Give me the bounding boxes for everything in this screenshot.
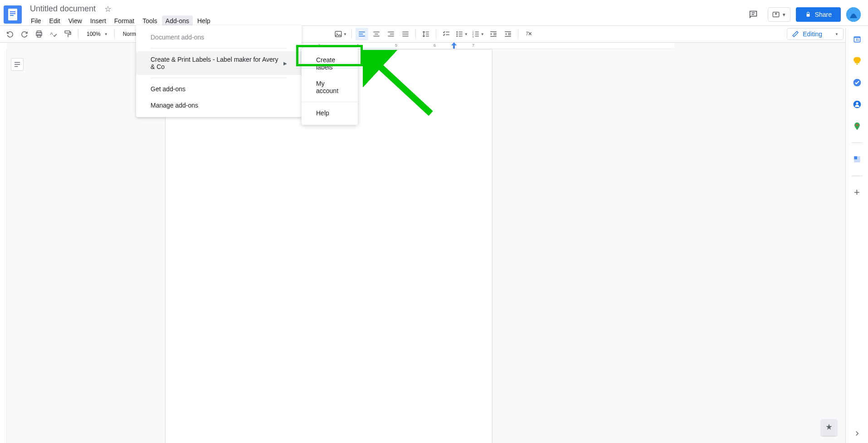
menu-tools[interactable]: Tools	[139, 15, 161, 26]
zoom-dropdown[interactable]: 100%▼	[82, 28, 111, 40]
menu-edit[interactable]: Edit	[46, 15, 64, 26]
toolbar: A 100%▼ Normal text▼ ▼ ▼ 123▼ T Editing …	[0, 25, 868, 43]
addon-labelmaker-item[interactable]: Create & Print Labels - Label maker for …	[136, 51, 302, 75]
svg-text:3: 3	[472, 35, 473, 38]
side-panel: 31 +	[845, 28, 868, 443]
menu-insert[interactable]: Insert	[87, 15, 110, 26]
addons-dropdown-menu: Document add-ons Create & Print Labels -…	[136, 25, 302, 117]
menu-format[interactable]: Format	[111, 15, 138, 26]
align-right-button[interactable]	[385, 28, 397, 40]
svg-rect-13	[65, 31, 70, 33]
tasks-icon[interactable]	[852, 77, 863, 88]
align-center-button[interactable]	[370, 28, 383, 40]
spellcheck-button[interactable]: A	[47, 28, 60, 40]
document-canvas	[7, 43, 845, 443]
svg-rect-3	[10, 15, 14, 16]
svg-point-35	[456, 35, 458, 37]
svg-rect-56	[453, 45, 455, 49]
svg-text:T: T	[526, 31, 529, 36]
manage-addons-item[interactable]: Manage add-ons	[136, 97, 302, 113]
my-account-item[interactable]: My account	[302, 75, 358, 99]
numbered-list-button[interactable]: 123▼	[471, 28, 485, 40]
chevron-down-icon: ▼	[782, 12, 786, 17]
paint-format-button[interactable]	[62, 28, 74, 40]
account-avatar[interactable]	[846, 7, 861, 22]
svg-rect-7	[806, 14, 809, 17]
menubar: File Edit View Insert Format Tools Add-o…	[27, 15, 744, 26]
svg-point-34	[456, 34, 458, 35]
share-button[interactable]: Share	[796, 7, 841, 22]
svg-rect-0	[8, 9, 17, 20]
bulleted-list-button[interactable]: ▼	[454, 28, 469, 40]
comment-history-icon[interactable]	[744, 5, 762, 24]
increase-indent-button[interactable]	[502, 28, 514, 40]
present-button[interactable]: ▼	[768, 7, 790, 22]
undo-button[interactable]	[4, 28, 16, 40]
calendar-icon[interactable]: 31	[852, 34, 863, 44]
svg-point-15	[336, 33, 337, 34]
svg-rect-2	[10, 13, 15, 14]
svg-text:31: 31	[855, 38, 859, 41]
align-left-button[interactable]	[356, 28, 368, 40]
explore-button[interactable]	[821, 419, 837, 436]
keep-icon[interactable]	[852, 55, 863, 66]
ruler-right-indent-marker[interactable]	[451, 42, 457, 49]
addons-menu-header: Document add-ons	[136, 29, 302, 45]
contacts-icon[interactable]	[852, 99, 863, 110]
get-addons-item[interactable]: Get add-ons	[136, 81, 302, 97]
align-justify-button[interactable]	[399, 28, 412, 40]
svg-rect-1	[10, 11, 15, 12]
editing-mode-button[interactable]: Editing ▼	[787, 28, 844, 40]
addon-jigsaw-icon[interactable]	[852, 154, 863, 165]
document-title[interactable]: Untitled document	[27, 3, 98, 15]
menu-addons[interactable]: Add-ons	[162, 15, 193, 26]
maps-icon[interactable]	[852, 121, 863, 132]
share-label: Share	[815, 11, 832, 18]
insert-image-button[interactable]: ▼	[333, 28, 348, 40]
svg-point-33	[456, 31, 458, 33]
line-spacing-button[interactable]	[419, 28, 432, 40]
menu-help[interactable]: Help	[194, 15, 214, 26]
svg-rect-64	[856, 64, 858, 65]
svg-point-68	[856, 124, 858, 126]
svg-text:A: A	[50, 31, 53, 36]
create-labels-item[interactable]: Create labels	[302, 52, 358, 75]
vertical-ruler[interactable]	[0, 49, 7, 443]
addon-help-item[interactable]: Help	[302, 105, 358, 121]
redo-button[interactable]	[18, 28, 31, 40]
menu-view[interactable]: View	[65, 15, 86, 26]
svg-rect-70	[854, 156, 857, 159]
svg-point-67	[856, 102, 858, 104]
checklist-button[interactable]	[440, 28, 453, 40]
get-addons-plus-icon[interactable]: +	[852, 187, 863, 198]
decrease-indent-button[interactable]	[487, 28, 500, 40]
menu-file[interactable]: File	[27, 15, 45, 26]
submenu-arrow-icon: ▶	[283, 61, 287, 66]
print-button[interactable]	[33, 28, 45, 40]
labelmaker-submenu: Create labels My account Help	[302, 48, 358, 125]
hide-sidepanel-button[interactable]	[853, 429, 861, 438]
docs-logo-icon[interactable]	[4, 5, 22, 24]
outline-toggle-button[interactable]	[11, 58, 24, 71]
star-icon[interactable]: ☆	[104, 5, 112, 14]
clear-formatting-button[interactable]: T	[522, 28, 535, 40]
